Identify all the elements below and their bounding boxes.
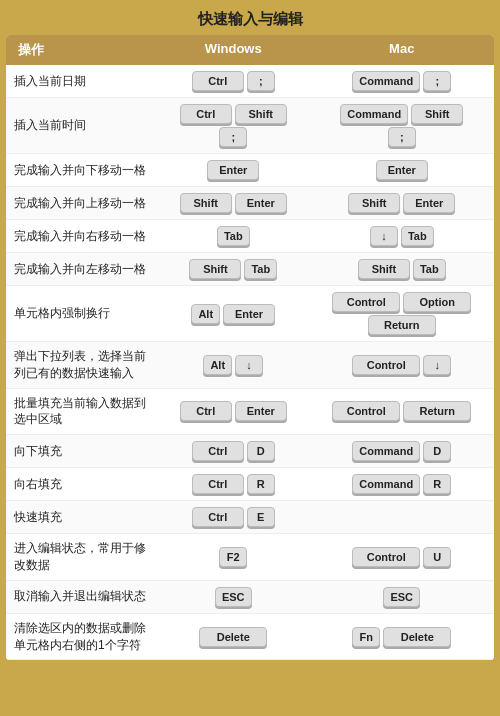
mac-keys: CommandShift;: [318, 104, 487, 147]
operation-label: 进入编辑状态，常用于修改数据: [14, 540, 149, 574]
shortcut-table: 操作 Windows Mac 插入当前日期Ctrl;Command;插入当前时间…: [6, 35, 494, 660]
windows-keys: ShiftTab: [149, 259, 318, 279]
table-row: 向右填充CtrlRCommandR: [6, 468, 494, 501]
key-badge: Enter: [376, 160, 428, 180]
operation-label: 插入当前时间: [14, 117, 149, 134]
key-badge: Alt: [203, 355, 232, 375]
table-row: 向下填充CtrlDCommandD: [6, 435, 494, 468]
key-badge: Command: [352, 71, 420, 91]
operation-label: 完成输入并向右移动一格: [14, 228, 149, 245]
key-badge: D: [423, 441, 451, 461]
windows-keys: Ctrl;: [149, 71, 318, 91]
operation-label: 批量填充当前输入数据到选中区域: [14, 395, 149, 429]
key-badge: Return: [368, 315, 436, 335]
key-badge: Ctrl: [180, 401, 232, 421]
mac-keys: ControlU: [318, 547, 487, 567]
mac-keys: CommandD: [318, 441, 487, 461]
windows-keys: F2: [149, 547, 318, 567]
key-badge: ;: [219, 127, 247, 147]
key-badge: Tab: [401, 226, 434, 246]
table-row: 完成输入并向右移动一格Tab↓Tab: [6, 220, 494, 253]
key-badge: Tab: [244, 259, 277, 279]
table-body: 插入当前日期Ctrl;Command;插入当前时间CtrlShift;Comma…: [6, 65, 494, 660]
key-badge: R: [423, 474, 451, 494]
key-badge: ESC: [383, 587, 420, 607]
key-badge: Enter: [403, 193, 455, 213]
windows-keys: AltEnter: [149, 304, 318, 324]
key-badge: Ctrl: [180, 104, 232, 124]
key-badge: Ctrl: [192, 507, 244, 527]
windows-keys: Tab: [149, 226, 318, 246]
windows-keys: CtrlR: [149, 474, 318, 494]
key-badge: Delete: [199, 627, 267, 647]
operation-label: 快速填充: [14, 509, 149, 526]
table-row: 完成输入并向左移动一格ShiftTabShiftTab: [6, 253, 494, 286]
key-badge: Enter: [207, 160, 259, 180]
key-badge: Ctrl: [192, 474, 244, 494]
operation-label: 完成输入并向下移动一格: [14, 162, 149, 179]
windows-keys: Alt↓: [149, 355, 318, 375]
operation-label: 弹出下拉列表，选择当前列已有的数据快速输入: [14, 348, 149, 382]
operation-label: 完成输入并向上移动一格: [14, 195, 149, 212]
key-badge: Shift: [411, 104, 463, 124]
key-badge: Shift: [189, 259, 241, 279]
table-row: 批量填充当前输入数据到选中区域CtrlEnterControlReturn: [6, 389, 494, 436]
key-badge: E: [247, 507, 275, 527]
key-badge: ↓: [423, 355, 451, 375]
table-row: 插入当前时间CtrlShift;CommandShift;: [6, 98, 494, 154]
header-op: 操作: [14, 41, 149, 59]
mac-keys: FnDelete: [318, 627, 487, 647]
key-badge: Return: [403, 401, 471, 421]
key-badge: ;: [247, 71, 275, 91]
page-title: 快速输入与编辑: [0, 0, 500, 35]
operation-label: 清除选区内的数据或删除单元格内右侧的1个字符: [14, 620, 149, 654]
key-badge: Option: [403, 292, 471, 312]
key-badge: Command: [352, 441, 420, 461]
key-badge: Control: [352, 547, 420, 567]
mac-keys: CommandR: [318, 474, 487, 494]
table-header: 操作 Windows Mac: [6, 35, 494, 65]
mac-keys: ControlOptionReturn: [318, 292, 487, 335]
key-badge: Control: [352, 355, 420, 375]
key-badge: ↓: [370, 226, 398, 246]
key-badge: F2: [219, 547, 247, 567]
windows-keys: CtrlShift;: [149, 104, 318, 147]
table-row: 进入编辑状态，常用于修改数据F2ControlU: [6, 534, 494, 581]
key-badge: ↓: [235, 355, 263, 375]
operation-label: 向下填充: [14, 443, 149, 460]
windows-keys: CtrlEnter: [149, 401, 318, 421]
key-badge: Ctrl: [192, 441, 244, 461]
operation-label: 取消输入并退出编辑状态: [14, 588, 149, 605]
key-badge: Tab: [217, 226, 250, 246]
key-badge: Tab: [413, 259, 446, 279]
header-windows: Windows: [149, 41, 318, 59]
mac-keys: ESC: [318, 587, 487, 607]
key-badge: Control: [332, 292, 400, 312]
windows-keys: CtrlD: [149, 441, 318, 461]
mac-keys: Control↓: [318, 355, 487, 375]
mac-keys: Command;: [318, 71, 487, 91]
windows-keys: Enter: [149, 160, 318, 180]
operation-label: 单元格内强制换行: [14, 305, 149, 322]
key-badge: Shift: [235, 104, 287, 124]
mac-keys: Enter: [318, 160, 487, 180]
key-badge: Shift: [348, 193, 400, 213]
table-row: 弹出下拉列表，选择当前列已有的数据快速输入Alt↓Control↓: [6, 342, 494, 389]
operation-label: 向右填充: [14, 476, 149, 493]
key-badge: ESC: [215, 587, 252, 607]
table-row: 单元格内强制换行AltEnterControlOptionReturn: [6, 286, 494, 342]
key-badge: ;: [423, 71, 451, 91]
windows-keys: Delete: [149, 627, 318, 647]
key-badge: Control: [332, 401, 400, 421]
operation-label: 完成输入并向左移动一格: [14, 261, 149, 278]
key-badge: R: [247, 474, 275, 494]
key-badge: Alt: [191, 304, 220, 324]
key-badge: Enter: [235, 401, 287, 421]
table-row: 完成输入并向下移动一格EnterEnter: [6, 154, 494, 187]
key-badge: Fn: [352, 627, 380, 647]
mac-keys: ControlReturn: [318, 401, 487, 421]
windows-keys: CtrlE: [149, 507, 318, 527]
table-row: 完成输入并向上移动一格ShiftEnterShiftEnter: [6, 187, 494, 220]
key-badge: Shift: [180, 193, 232, 213]
key-badge: Command: [352, 474, 420, 494]
